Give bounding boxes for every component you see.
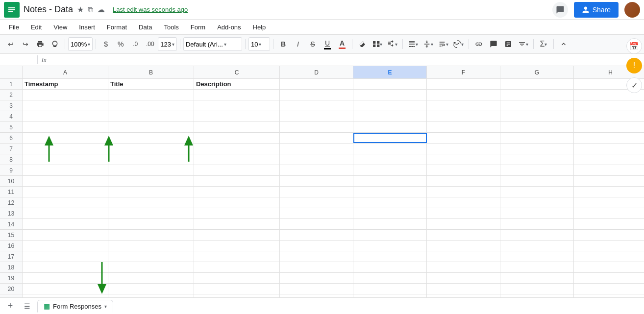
cell-h11[interactable]: [574, 187, 644, 197]
cell-c15[interactable]: [194, 230, 280, 240]
cell-a3[interactable]: [23, 100, 108, 111]
cell-a8[interactable]: [23, 154, 108, 165]
cell-h15[interactable]: [574, 230, 644, 240]
cell-c11[interactable]: [194, 187, 280, 197]
cell-c1[interactable]: Description: [194, 79, 280, 89]
cell-d15[interactable]: [280, 230, 353, 240]
wrap-button[interactable]: ▾: [436, 37, 450, 51]
cell-h14[interactable]: [574, 219, 644, 229]
cell-d8[interactable]: [280, 154, 353, 165]
cell-b12[interactable]: [108, 197, 194, 208]
cell-h18[interactable]: [574, 262, 644, 272]
cell-g12[interactable]: [500, 197, 574, 208]
cell-g3[interactable]: [500, 100, 574, 111]
col-header-d[interactable]: D: [280, 66, 353, 78]
cell-a15[interactable]: [23, 230, 108, 240]
cell-f6[interactable]: [427, 133, 500, 143]
cell-g11[interactable]: [500, 187, 574, 197]
cell-h6[interactable]: [574, 133, 644, 143]
cell-f3[interactable]: [427, 100, 500, 111]
cell-h8[interactable]: [574, 154, 644, 165]
cell-b17[interactable]: [108, 251, 194, 262]
cell-g4[interactable]: [500, 111, 574, 121]
cell-f7[interactable]: [427, 144, 500, 154]
cell-b14[interactable]: [108, 219, 194, 229]
cell-c3[interactable]: [194, 100, 280, 111]
cell-b16[interactable]: [108, 241, 194, 251]
cell-f9[interactable]: [427, 165, 500, 175]
cell-b4[interactable]: [108, 111, 194, 121]
cell-h9[interactable]: [574, 165, 644, 175]
cell-d12[interactable]: [280, 197, 353, 208]
cell-g5[interactable]: [500, 122, 574, 132]
cell-a17[interactable]: [23, 251, 108, 262]
cell-b18[interactable]: [108, 262, 194, 272]
cell-d2[interactable]: [280, 90, 353, 100]
cell-d20[interactable]: [280, 284, 353, 294]
cell-d10[interactable]: [280, 176, 353, 186]
cell-e1[interactable]: [353, 79, 427, 89]
cell-c8[interactable]: [194, 154, 280, 165]
cell-d9[interactable]: [280, 165, 353, 175]
cell-f5[interactable]: [427, 122, 500, 132]
cell-g2[interactable]: [500, 90, 574, 100]
cell-g16[interactable]: [500, 241, 574, 251]
cell-d6[interactable]: [280, 133, 353, 143]
cell-a16[interactable]: [23, 241, 108, 251]
cell-g8[interactable]: [500, 154, 574, 165]
dec-increase-button[interactable]: .00: [143, 37, 157, 51]
cell-a10[interactable]: [23, 176, 108, 186]
cell-f15[interactable]: [427, 230, 500, 240]
cell-d7[interactable]: [280, 144, 353, 154]
cell-h4[interactable]: [574, 111, 644, 121]
share-button[interactable]: Share: [574, 2, 619, 18]
sheets-menu-button[interactable]: ☰: [21, 300, 33, 313]
sheet-tab-form-responses[interactable]: ▦ Form Responses ▾: [37, 300, 113, 313]
border-button[interactable]: ▾: [370, 37, 384, 51]
cell-a12[interactable]: [23, 197, 108, 208]
merge-button[interactable]: ▾: [385, 37, 399, 51]
cell-c13[interactable]: [194, 208, 280, 218]
cell-f20[interactable]: [427, 284, 500, 294]
cell-c17[interactable]: [194, 251, 280, 262]
cell-e4[interactable]: [353, 111, 427, 121]
cell-d17[interactable]: [280, 251, 353, 262]
cell-a1[interactable]: Timestamp: [23, 79, 108, 89]
cell-f10[interactable]: [427, 176, 500, 186]
cell-b7[interactable]: [108, 144, 194, 154]
percent-button[interactable]: %: [114, 37, 127, 51]
cell-b8[interactable]: [108, 154, 194, 165]
col-header-b[interactable]: B: [108, 66, 194, 78]
font-dropdown[interactable]: Default (Ari... ▾: [183, 37, 242, 51]
cell-g19[interactable]: [500, 273, 574, 283]
cell-a2[interactable]: [23, 90, 108, 100]
italic-button[interactable]: I: [291, 37, 305, 51]
cell-f12[interactable]: [427, 197, 500, 208]
cell-c12[interactable]: [194, 197, 280, 208]
cell-a6[interactable]: [23, 133, 108, 143]
cell-f19[interactable]: [427, 273, 500, 283]
cell-c20[interactable]: [194, 284, 280, 294]
cell-e12[interactable]: [353, 197, 427, 208]
cell-g13[interactable]: [500, 208, 574, 218]
cell-d4[interactable]: [280, 111, 353, 121]
cell-e3[interactable]: [353, 100, 427, 111]
chat-button[interactable]: [552, 2, 568, 18]
cell-f8[interactable]: [427, 154, 500, 165]
comment-button[interactable]: [487, 37, 500, 51]
col-header-f[interactable]: F: [427, 66, 500, 78]
cloud-icon[interactable]: ☁: [97, 5, 105, 14]
formula-input[interactable]: [50, 56, 640, 64]
cell-c14[interactable]: [194, 219, 280, 229]
filter-button[interactable]: ▾: [516, 37, 530, 51]
menu-format[interactable]: Format: [102, 22, 132, 33]
underline-button[interactable]: U: [321, 37, 334, 51]
cell-f2[interactable]: [427, 90, 500, 100]
menu-insert[interactable]: Insert: [74, 22, 100, 33]
cell-f18[interactable]: [427, 262, 500, 272]
cell-e13[interactable]: [353, 208, 427, 218]
cell-e18[interactable]: [353, 262, 427, 272]
cell-e7[interactable]: [353, 144, 427, 154]
cell-b20[interactable]: [108, 284, 194, 294]
cell-f14[interactable]: [427, 219, 500, 229]
